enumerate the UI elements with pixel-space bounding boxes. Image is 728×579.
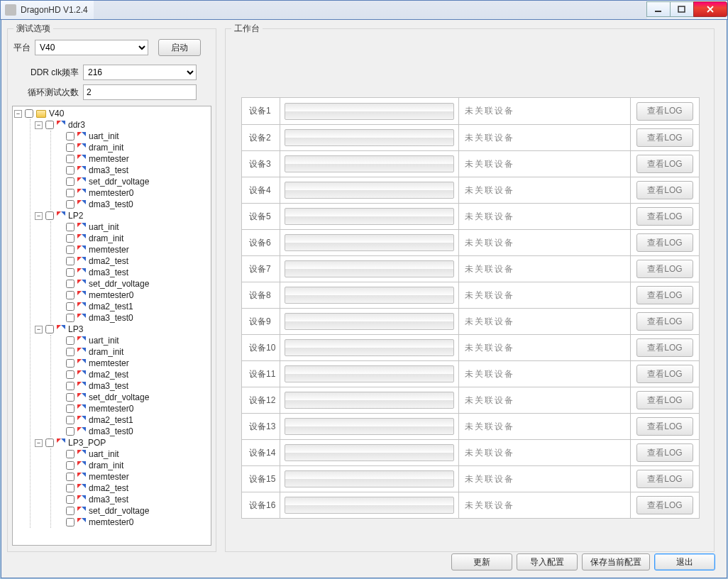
- tree-checkbox[interactable]: [66, 450, 75, 458]
- tree-checkbox[interactable]: [66, 427, 75, 436]
- tree-item-label[interactable]: ddr3: [68, 119, 85, 131]
- tree-checkbox[interactable]: [66, 143, 75, 152]
- view-log-button[interactable]: 查看LOG: [636, 496, 693, 514]
- tree-checkbox[interactable]: [66, 314, 75, 322]
- tree-expander-icon[interactable]: −: [35, 439, 43, 447]
- tree-item-label[interactable]: memtester0: [89, 517, 133, 528]
- close-button[interactable]: [693, 1, 727, 17]
- tree-checkbox[interactable]: [66, 404, 75, 413]
- tree-checkbox[interactable]: [66, 302, 75, 311]
- tree-item-label[interactable]: memtester0: [89, 403, 133, 414]
- tree-item-label[interactable]: LP2: [68, 210, 83, 221]
- tree-item-label[interactable]: dram_init: [89, 233, 123, 244]
- tree-checkbox[interactable]: [66, 291, 75, 299]
- tree-checkbox[interactable]: [66, 473, 75, 481]
- view-log-button[interactable]: 查看LOG: [636, 128, 693, 147]
- tree-checkbox[interactable]: [66, 518, 75, 526]
- tree-checkbox[interactable]: [66, 177, 75, 186]
- tree-item-label[interactable]: dma2_test: [89, 369, 128, 380]
- tree-checkbox[interactable]: [45, 439, 54, 447]
- tree-checkbox[interactable]: [66, 484, 75, 492]
- tree-checkbox[interactable]: [66, 348, 75, 356]
- view-log-button[interactable]: 查看LOG: [636, 443, 693, 462]
- tree-item-label[interactable]: uart_init: [89, 221, 119, 233]
- view-log-button[interactable]: 查看LOG: [636, 102, 693, 121]
- tree-item-label[interactable]: uart_init: [89, 131, 119, 142]
- tree-item-label[interactable]: LP3: [68, 324, 83, 335]
- tree-item-label[interactable]: dma3_test0: [89, 312, 133, 324]
- view-log-button[interactable]: 查看LOG: [636, 417, 693, 436]
- tree-checkbox[interactable]: [66, 200, 75, 209]
- tree-item-label[interactable]: memtester0: [89, 290, 133, 301]
- tree-item-label[interactable]: dma3_test0: [89, 426, 133, 437]
- view-log-button[interactable]: 查看LOG: [636, 233, 693, 252]
- tree-item-label[interactable]: uart_init: [89, 448, 119, 460]
- view-log-button[interactable]: 查看LOG: [636, 207, 693, 226]
- view-log-button[interactable]: 查看LOG: [636, 181, 693, 199]
- tree-checkbox[interactable]: [66, 507, 75, 515]
- tree-item-label[interactable]: set_ddr_voltage: [89, 392, 149, 403]
- tree-checkbox[interactable]: [66, 495, 75, 504]
- import-config-button[interactable]: 导入配置: [517, 553, 578, 570]
- view-log-button[interactable]: 查看LOG: [636, 365, 693, 383]
- tree-item-label[interactable]: set_ddr_voltage: [89, 505, 149, 517]
- tree-item-label[interactable]: dma2_test: [89, 255, 128, 267]
- maximize-button[interactable]: [670, 1, 694, 17]
- refresh-button[interactable]: 更新: [451, 553, 512, 570]
- tree-item-label[interactable]: dma3_test: [89, 380, 128, 392]
- exit-button[interactable]: 退出: [654, 553, 715, 570]
- tree-item-label[interactable]: dram_init: [89, 142, 123, 153]
- view-log-button[interactable]: 查看LOG: [636, 338, 693, 357]
- tree-checkbox[interactable]: [45, 121, 54, 129]
- tree-checkbox[interactable]: [66, 359, 75, 368]
- platform-select[interactable]: V40: [35, 40, 148, 55]
- tree-item-label[interactable]: dma3_test: [89, 165, 128, 176]
- tree-checkbox[interactable]: [66, 382, 75, 390]
- view-log-button[interactable]: 查看LOG: [636, 155, 693, 173]
- tree-folder-label[interactable]: V40: [49, 108, 64, 119]
- tree-item-label[interactable]: memtester: [89, 153, 129, 165]
- view-log-button[interactable]: 查看LOG: [636, 312, 693, 331]
- save-config-button[interactable]: 保存当前配置: [582, 553, 650, 570]
- tree-item-label[interactable]: dma2_test1: [89, 301, 133, 312]
- view-log-button[interactable]: 查看LOG: [636, 391, 693, 409]
- tree-item-label[interactable]: dma2_test1: [89, 414, 133, 426]
- view-log-button[interactable]: 查看LOG: [636, 286, 693, 304]
- tree-checkbox[interactable]: [66, 461, 75, 470]
- ddr-select[interactable]: 216: [83, 65, 197, 80]
- tree-checkbox[interactable]: [66, 370, 75, 379]
- tree-checkbox[interactable]: [66, 280, 75, 288]
- tree-item-label[interactable]: memtester: [89, 471, 129, 482]
- tree-checkbox[interactable]: [66, 189, 75, 197]
- tree-expander-icon[interactable]: −: [35, 121, 43, 129]
- tree-item-label[interactable]: memtester: [89, 244, 129, 255]
- tree-item-label[interactable]: dram_init: [89, 460, 123, 471]
- tree-item-label[interactable]: dram_init: [89, 346, 123, 358]
- tree-expander-icon[interactable]: −: [35, 326, 43, 333]
- view-log-button[interactable]: 查看LOG: [636, 260, 693, 278]
- tree-item-label[interactable]: memtester: [89, 358, 129, 369]
- tree-checkbox[interactable]: [45, 325, 54, 333]
- minimize-button[interactable]: [646, 1, 671, 17]
- tree-item-label[interactable]: LP3_POP: [68, 437, 106, 448]
- tree-item-label[interactable]: dma2_test: [89, 482, 128, 494]
- tree-checkbox[interactable]: [66, 223, 75, 231]
- view-log-button[interactable]: 查看LOG: [636, 470, 693, 488]
- tree-item-label[interactable]: memtester0: [89, 187, 133, 199]
- tree-checkbox[interactable]: [25, 109, 33, 118]
- tree-checkbox[interactable]: [66, 132, 75, 140]
- tree-checkbox[interactable]: [66, 416, 75, 424]
- test-tree[interactable]: −V40−ddr3uart_initdram_initmemtesterdma3…: [12, 106, 211, 546]
- tree-item-label[interactable]: dma3_test: [89, 267, 128, 278]
- tree-item-label[interactable]: set_ddr_voltage: [89, 176, 149, 187]
- tree-checkbox[interactable]: [66, 257, 75, 265]
- tree-checkbox[interactable]: [66, 336, 75, 345]
- tree-expander-icon[interactable]: −: [35, 212, 43, 220]
- tree-item-label[interactable]: dma3_test0: [89, 199, 133, 210]
- tree-checkbox[interactable]: [45, 211, 54, 220]
- loop-input[interactable]: [83, 84, 197, 100]
- tree-expander-icon[interactable]: −: [14, 110, 22, 118]
- tree-item-label[interactable]: dma3_test: [89, 494, 128, 505]
- tree-checkbox[interactable]: [66, 393, 75, 402]
- tree-checkbox[interactable]: [66, 234, 75, 243]
